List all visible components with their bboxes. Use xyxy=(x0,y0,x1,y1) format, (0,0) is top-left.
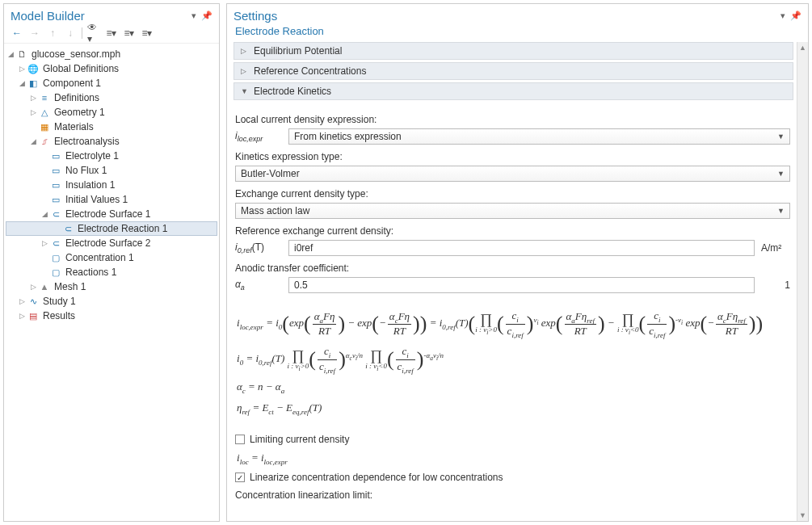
node-icon: ≡ xyxy=(38,91,51,104)
dropdown-icon[interactable]: ▾ xyxy=(191,10,196,21)
node-icon: ◧ xyxy=(27,77,40,90)
anodic-alpha-input[interactable]: 0.5 xyxy=(288,277,755,293)
tree-label: Reactions 1 xyxy=(65,267,116,278)
var-symbol: i0,ref(T) xyxy=(235,242,282,254)
tree-item[interactable]: ▭Electrolyte 1 xyxy=(6,149,217,163)
tree-item[interactable]: ▭No Flux 1 xyxy=(6,163,217,178)
tree-item[interactable]: ◢⎎Electroanalysis xyxy=(6,134,217,149)
ref-exchange-input[interactable]: i0ref xyxy=(288,240,755,256)
expand-icon[interactable]: ≡▾ xyxy=(123,27,136,40)
panel-header: Settings ▾ 📌 xyxy=(227,4,808,23)
section-reference-concentrations[interactable]: ▷ Reference Concentrations xyxy=(234,62,793,80)
sort-icon[interactable]: ≡▾ xyxy=(141,27,154,40)
nav-back-icon[interactable]: ← xyxy=(11,27,23,40)
tree-item[interactable]: ▷⊂Electrode Surface 2 xyxy=(6,236,217,250)
scroll-down-icon[interactable]: ▼ xyxy=(799,511,806,519)
nav-down-icon[interactable]: ↓ xyxy=(64,27,77,40)
panel-header-controls: ▾ 📌 xyxy=(191,10,212,21)
expand-icon[interactable]: ▷ xyxy=(17,312,27,320)
collapse-icon[interactable]: ◢ xyxy=(17,79,27,87)
tree-label: No Flux 1 xyxy=(65,165,107,176)
scroll-up-icon[interactable]: ▲ xyxy=(799,44,806,52)
tree-item[interactable]: ▢Reactions 1 xyxy=(6,265,217,279)
equation-alpha-c: αc = n − αa xyxy=(237,380,789,395)
tree-item[interactable]: ▷∿Study 1 xyxy=(6,294,217,309)
node-icon: 🌐 xyxy=(27,62,40,75)
section-equilibrium-potential[interactable]: ▷ Equilibrium Potential xyxy=(234,42,793,60)
tree-item[interactable]: ◢🗋glucose_sensor.mph xyxy=(6,47,217,61)
tree-label: Electrode Reaction 1 xyxy=(78,223,167,234)
collapse-icon[interactable]: ◢ xyxy=(40,210,49,218)
field-label: Anodic transfer coefficient: xyxy=(235,262,790,274)
node-icon: ⊂ xyxy=(61,222,74,235)
node-icon: ∿ xyxy=(27,295,40,308)
node-icon: △ xyxy=(38,106,51,119)
tree-item[interactable]: ▭Insulation 1 xyxy=(6,178,217,192)
input-value: 0.5 xyxy=(294,279,308,291)
expand-icon[interactable]: ▷ xyxy=(40,239,49,247)
node-icon: ▲ xyxy=(38,280,51,293)
tree-label: glucose_sensor.mph xyxy=(32,48,120,60)
node-icon: ⎎ xyxy=(38,135,51,148)
expand-icon[interactable]: ▷ xyxy=(17,65,27,73)
tree-item[interactable]: ▷≡Definitions xyxy=(6,90,217,105)
dropdown-icon[interactable]: ▾ xyxy=(780,10,785,21)
tree-label: Materials xyxy=(54,121,94,132)
tree-label: Global Definitions xyxy=(43,63,119,74)
field-label: Reference exchange current density: xyxy=(235,225,790,237)
tree-item[interactable]: ◢◧Component 1 xyxy=(6,76,217,90)
equation-i0: i0 = i0,ref(T) ∏i : νi>0(cici,ref)αcνi/n… xyxy=(237,345,789,374)
nav-forward-icon[interactable]: → xyxy=(28,27,41,40)
select-value: Mass action law xyxy=(241,205,309,216)
pin-icon[interactable]: 📌 xyxy=(201,10,212,21)
checkbox-icon[interactable] xyxy=(235,435,245,444)
check-linearize[interactable]: Linearize concentration dependence for l… xyxy=(235,472,790,483)
tree-item[interactable]: ▦Materials xyxy=(6,120,217,134)
local-current-select[interactable]: From kinetics expression ▼ xyxy=(288,128,790,145)
collapse-icon[interactable]: ◢ xyxy=(6,50,15,58)
section-electrode-kinetics[interactable]: ▼ Electrode Kinetics xyxy=(234,82,793,100)
kinetics-type-select[interactable]: Butler-Volmer ▼ xyxy=(235,166,790,182)
nav-up-icon[interactable]: ↑ xyxy=(46,27,59,40)
model-tree[interactable]: ◢🗋glucose_sensor.mph▷🌐Global Definitions… xyxy=(4,44,219,521)
node-icon: ▭ xyxy=(49,178,62,191)
collapse-icon[interactable]: ◢ xyxy=(28,137,38,145)
tree-item[interactable]: ⊂Electrode Reaction 1 xyxy=(6,221,217,236)
tree-label: Electrolyte 1 xyxy=(65,150,119,162)
tree-label: Mesh 1 xyxy=(54,281,86,292)
equation-iloc-expr: iloc,expr = i0(exp(αaFηRT) − exp(−αcFηRT… xyxy=(237,309,789,338)
tree-label: Electrode Surface 1 xyxy=(65,208,150,220)
tree-item[interactable]: ▷▤Results xyxy=(6,309,217,323)
tree-label: Electroanalysis xyxy=(54,136,120,147)
electrode-kinetics-content: Local current density expression: iloc,e… xyxy=(234,103,793,510)
var-symbol: iloc,expr xyxy=(235,130,282,143)
exchange-type-select[interactable]: Mass action law ▼ xyxy=(235,203,790,219)
section-title: Equilibrium Potential xyxy=(254,45,342,57)
show-icon[interactable]: 👁▾ xyxy=(87,27,100,40)
panel-title: Settings xyxy=(234,9,277,23)
checkbox-icon[interactable] xyxy=(235,472,245,482)
panel-header: Model Builder ▾ 📌 xyxy=(4,4,219,23)
tree-item[interactable]: ▷△Geometry 1 xyxy=(6,105,217,120)
expand-icon[interactable]: ▷ xyxy=(17,297,27,305)
tree-label: Concentration 1 xyxy=(65,252,134,263)
scrollbar[interactable]: ▲ ▼ xyxy=(797,42,808,521)
tree-item[interactable]: ▷▲Mesh 1 xyxy=(6,279,217,294)
collapse-icon[interactable]: ≡▾ xyxy=(105,27,118,40)
tree-item[interactable]: ▭Initial Values 1 xyxy=(6,192,217,207)
tree-item[interactable]: ▷🌐Global Definitions xyxy=(6,61,217,76)
chevron-down-icon: ▼ xyxy=(241,87,249,95)
tree-item[interactable]: ◢⊂Electrode Surface 1 xyxy=(6,207,217,221)
tree-item[interactable]: ▢Concentration 1 xyxy=(6,250,217,265)
field-label: Exchange current density type: xyxy=(235,188,790,200)
var-symbol: αa xyxy=(235,279,282,292)
pin-icon[interactable]: 📌 xyxy=(790,10,801,21)
expand-icon[interactable]: ▷ xyxy=(28,94,38,102)
check-limiting-current[interactable]: Limiting current density xyxy=(235,434,790,445)
equation-eta-ref: ηref = Ect − Eeq,ref(T) xyxy=(237,401,789,416)
expand-icon[interactable]: ▷ xyxy=(28,108,38,116)
node-icon: ▭ xyxy=(49,149,62,162)
node-icon: ▦ xyxy=(38,120,51,133)
node-icon: 🗋 xyxy=(15,48,28,61)
expand-icon[interactable]: ▷ xyxy=(28,283,38,291)
